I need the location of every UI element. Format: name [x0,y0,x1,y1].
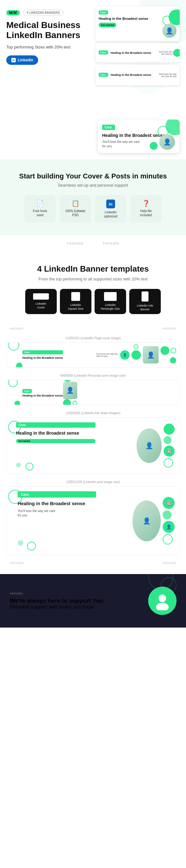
large-preview-banner: Care. Healing in the Broadest sense You'… [98,120,180,153]
banner-648-left: Care. Healing in the Broadest sense [22,388,63,398]
side-circles-1200-1200: 🏥 👤 [163,497,175,545]
footer-subtitle: Personal support with every purchase [9,604,103,610]
cover-label: LinkedInCover [36,302,46,309]
banner-1200-628-left: Care. Healing in the Broadest sense Get … [16,422,96,469]
large-preview-subtitle: You'll love the way we care for you [102,140,140,149]
photo-1200-628: 👤 [136,428,162,463]
footer-section: ⋄envato We're always here to support You… [0,574,186,627]
mini-title-med: Healing in the Broadest sense [111,73,155,77]
square-icon [71,292,80,301]
mini-banner-top: Care. Healing in the Broadest sense Get … [96,6,180,41]
care-648: Care. [22,389,32,393]
banners-badge: 4 LINKEDIN BANNERS [23,10,63,16]
features-section: Start building Your Cover & Posts in min… [0,159,186,236]
rect-label: LinkedInRectangle Size [101,303,120,311]
banner-preview-1128: Care. Healing in the Broadest sense You'… [6,342,180,368]
svg-point-0 [159,594,166,602]
mini-title-wide: Healing in the Broadest sense [111,51,155,55]
photo-1200-1200: 👤 [132,500,161,541]
linkedin-badge[interactable]: in LinkedIn [6,55,38,65]
fonts-label: Free fontsused [28,209,52,217]
svg-point-1 [156,603,169,610]
ads-label: LinkedIn AdsBanner [137,304,153,311]
title-1200-628: Healing in the Broadest sense [16,431,96,436]
getstarted-1200-628[interactable]: Get started [16,439,96,443]
banner-type-rectangle: LinkedInRectangle Size [95,289,126,314]
banner-preview-section: ⋄envato ⋄envato 1128X191 (LinkedIn Page … [0,327,186,574]
banner-1128-right: You'll love the way we care for you 👤 👤 [63,346,176,364]
hero-section: NEW! 4 LINKEDIN BANNERS Medical Business… [0,0,186,120]
banner-1200-1200-right: 👤 🏥 👤 [96,491,175,551]
mini-banner-wide: Care. Healing in the Broadest sense You'… [96,43,180,62]
label-1128: 1128X191 (LinkedIn Page cover image) [6,336,180,340]
linkedin-feature-icon: in [106,199,115,208]
circles-648 [63,399,77,405]
hero-left: NEW! 4 LINKEDIN BANNERS Medical Business… [6,6,90,113]
linkedin-icon: in [11,58,16,62]
square-label: LinkedInSquare Size [68,303,83,311]
banner-type-cover: LinkedInCover [25,289,57,314]
mini-subtitle-med: You'll love the way we care for you [158,73,177,78]
envato-wm-3: ⋄envato [9,327,24,330]
footer-title: We're always here to support You [9,597,103,604]
mini-banner-med: Care. Healing in the Broadest sense You'… [96,65,180,85]
large-preview-wrap: Care. Healing in the Broadest sense You'… [0,120,186,159]
hero-subtitle: Top performing Sizes with 20% text [6,44,90,50]
envato-divider-1: ⋄envato ⋄envato [0,236,186,251]
banner-preview-1200-1200: Care. Healing in the Broadest sense You'… [6,486,180,556]
title-1128: Healing in the Broadest sense [22,356,63,360]
label-1200-1200: 1200X1200 (LinkedIn post image size) [6,480,180,484]
banners-title: 4 LinkedIn Banner templates [6,264,180,274]
features-grid: 📄 Free fontsused 📋 100% EditablePSD in L… [6,195,180,223]
footer-envato-label: ⋄envato [9,591,103,595]
banner-type-square: LinkedInSquare Size [60,289,91,314]
care-logo-large: Care. [102,125,115,130]
get-started-top[interactable]: Get started [99,23,116,27]
help-icon: ❓ [134,199,158,207]
photo-648: 👤 [63,382,77,399]
care-1200-1200: Care. [18,491,96,498]
avatar-svg [153,591,172,610]
banner-648-right: You'll love the way we care for you 👤 👤 [63,380,85,405]
ads-icon [141,291,149,302]
banner-1128-left: Care. Healing in the Broadest sense [22,350,63,360]
banners-section: 4 LinkedIn Banner templates From the top… [0,251,186,327]
care-logo-top: Care. [99,10,108,14]
care-logo-wide: Care. [99,50,108,55]
banners-subtitle: From the top performing to all supported… [6,277,180,281]
envato-watermark-2: ⋄envato [103,241,119,246]
envato-wm-4: ⋄envato [162,327,177,330]
banner-type-ads: LinkedIn AdsBanner [129,289,161,314]
circles-1128 [160,346,176,364]
linkedin-feature-label: LinkedInoptimized [99,210,123,218]
subtitle-1200-1200: You'll love the way we care for you [18,509,55,518]
label-648: 648X609 (LinkedIn Personal cover image s… [6,374,180,377]
fonts-icon: 📄 [28,199,52,207]
new-badge: NEW! [6,10,20,16]
banner-1200-1200-left: Care. Healing in the Broadest sense You'… [18,491,96,551]
cover-icon [33,293,49,300]
person-648: 👤 [63,380,72,382]
hero-title: Medical Business LinkedIn Banners [6,20,90,40]
rect-icon [104,292,117,301]
photo-1128: 👤 [143,346,159,364]
avatar-circle: 👤 [159,134,175,150]
title-1200-1200: Healing in the Broadest sense [18,501,96,507]
person-1128-1: 👤 [120,350,130,360]
care-logo-med: Care. [99,73,108,77]
feature-item-fonts: 📄 Free fontsused [24,195,56,223]
label-1200-628: 1200X628 (LinkedIn link share images) [6,411,180,415]
banner-1200-628-right: 👤 🏥 [96,422,175,469]
envato-wm-6: ⋄envato [162,561,177,565]
title-648: Healing in the Broadest sense [22,394,63,398]
side-circles-1200-628: 🏥 [164,424,175,468]
psd-icon: 📋 [63,199,87,207]
help-label: Help fileincluded [134,209,158,217]
envato-wm-5: ⋄envato [9,561,24,565]
mini-title-top: Healing in the Broadest sense [99,17,177,21]
feature-item-psd: 📋 100% EditablePSD [60,195,91,223]
linkedin-label: LinkedIn [18,58,33,62]
psd-label: 100% EditablePSD [63,209,87,217]
banner-preview-648: Care. Healing in the Broadest sense You'… [6,380,180,405]
care-1128: Care. [22,350,63,354]
